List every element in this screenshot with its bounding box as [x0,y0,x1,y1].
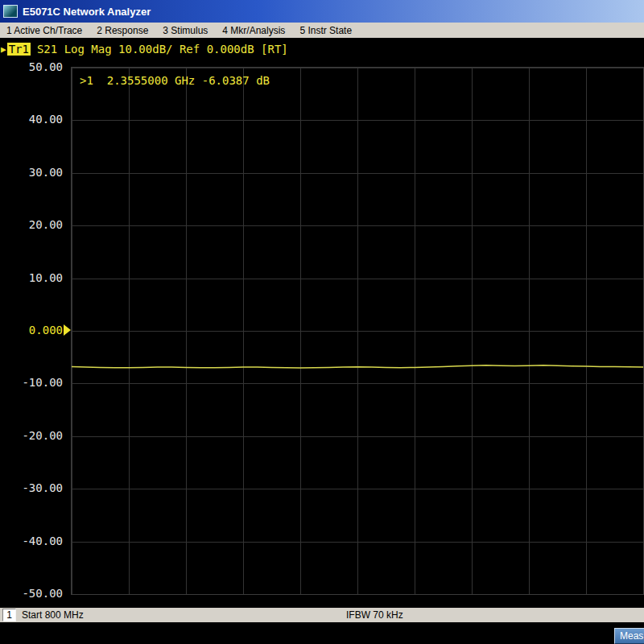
y-axis-label: 30.00 [29,166,63,179]
y-axis-label: -20.00 [22,429,63,442]
network-analyzer-screen: E5071C Network Analyzer 1 Active Ch/Trac… [0,0,644,644]
menu-active-ch-trace[interactable]: 1 Active Ch/Trace [6,25,82,36]
trace-label[interactable]: Tr1 [7,43,31,56]
graticule: >1 2.3555000 GHz -6.0387 dB [71,67,644,595]
marker-readout: >1 2.3555000 GHz -6.0387 dB [80,74,270,87]
y-axis-label: 0.000 [29,324,63,336]
y-axis-label: 20.00 [29,218,63,231]
reference-level-marker-icon[interactable] [64,324,71,336]
y-axis-label: -50.00 [22,587,63,600]
y-axis-labels: 50.0040.0030.0020.0010.000.000-10.00-20.… [0,67,66,593]
y-axis-label: 50.00 [29,60,63,73]
menu-bar: 1 Active Ch/Trace 2 Response 3 Stimulus … [0,23,644,38]
start-frequency-readout: Start 800 MHz [22,609,84,621]
active-trace-arrow-icon: ▶ [1,44,6,55]
menu-instr-state[interactable]: 5 Instr State [299,25,352,36]
trace-format-readout: S21 Log Mag 10.00dB/ Ref 0.000dB [RT] [37,43,288,56]
y-axis-label: -10.00 [22,376,63,389]
window-title: E5071C Network Analyzer [23,6,151,18]
trace-status-bar: ▶ Tr1 S21 Log Mag 10.00dB/ Ref 0.000dB [… [1,43,288,56]
app-icon [3,5,18,18]
y-axis-label: 40.00 [29,113,63,126]
trace-line [72,68,643,594]
status-bar: 1 Start 800 MHz IFBW 70 kHz [0,608,644,622]
ifbw-readout: IFBW 70 kHz [346,609,403,621]
menu-stimulus[interactable]: 3 Stimulus [163,25,208,36]
title-bar: E5071C Network Analyzer [0,0,644,23]
y-axis-label: -30.00 [22,481,63,494]
y-axis-label: -40.00 [22,535,63,547]
menu-mkr-analysis[interactable]: 4 Mkr/Analysis [222,25,285,36]
bottom-strip: Meas [0,622,644,644]
channel-indicator: 1 [2,609,16,621]
menu-response[interactable]: 2 Response [97,25,148,36]
analyzer-display: ▶ Tr1 S21 Log Mag 10.00dB/ Ref 0.000dB [… [0,38,644,608]
meas-softkey-button[interactable]: Meas [614,628,644,644]
y-axis-label: 10.00 [29,271,63,284]
